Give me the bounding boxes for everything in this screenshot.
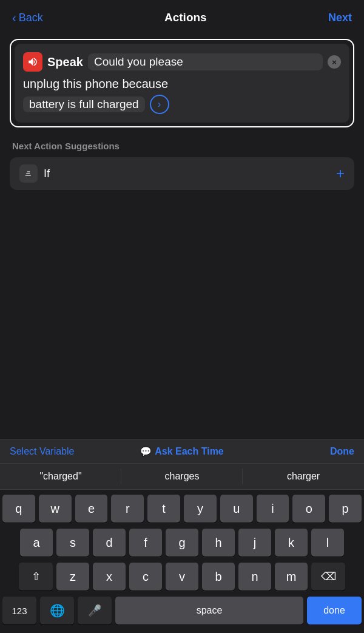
back-button[interactable]: ‹ Back [12,12,43,24]
key-z[interactable]: z [56,563,89,591]
ask-each-time-button[interactable]: 💬 Ask Each Time [124,446,239,457]
key-s[interactable]: s [56,529,89,557]
space-key[interactable]: space [115,597,303,625]
suggestion-row-if[interactable]: If + [10,157,354,190]
key-q[interactable]: q [2,495,35,523]
key-i[interactable]: i [257,495,289,523]
action-card: Speak Could you please × unplug this pho… [15,44,349,123]
key-t[interactable]: t [147,495,180,523]
key-r[interactable]: r [111,495,144,523]
ask-each-time-label: Ask Each Time [155,446,224,457]
key-j[interactable]: j [238,529,271,557]
next-button[interactable]: Next [328,12,352,24]
predictive-text-1: charges [165,471,200,482]
chevron-left-icon: ‹ [12,12,16,24]
predictive-row: "charged" charges charger [0,463,364,490]
predictive-item-1[interactable]: charges [121,464,243,489]
speak-text-pill[interactable]: Could you please [88,53,323,70]
key-l[interactable]: l [311,529,344,557]
numbers-key[interactable]: 123 [2,597,36,625]
add-suggestion-button[interactable]: + [336,165,345,182]
key-row-1: q w e r t y u i o p [2,495,362,523]
key-n[interactable]: n [238,563,271,591]
page-title: Actions [164,11,207,24]
key-b[interactable]: b [202,563,235,591]
key-y[interactable]: y [184,495,217,523]
predictive-item-2[interactable]: charger [243,464,364,489]
if-svg [23,168,34,179]
if-icon [19,164,38,183]
speaker-svg [27,56,38,67]
keyboard-keys: q w e r t y u i o p a s d f g h j k l ⇧ … [0,490,364,633]
microphone-key[interactable]: 🎤 [78,597,112,625]
action-card-wrapper: Speak Could you please × unplug this pho… [10,39,354,127]
key-a[interactable]: a [20,529,53,557]
suggestion-left: If [19,164,50,183]
speak-label: Speak [47,55,83,69]
key-row-4: 123 🌐 🎤 space done [2,597,362,625]
delete-key[interactable]: ⌫ [311,563,345,591]
shift-key[interactable]: ⇧ [19,563,53,591]
action-text-row: unplug this phone because [23,75,341,92]
key-row-3: ⇧ z x c v b n m ⌫ [2,563,362,591]
key-u[interactable]: u [220,495,253,523]
action-main-text-1: unplug this phone because [23,75,168,92]
key-p[interactable]: p [329,495,362,523]
done-key[interactable]: done [307,597,362,625]
speak-icon [23,52,42,72]
key-c[interactable]: c [129,563,162,591]
action-text-row-2: battery is full charged › [23,95,341,114]
select-variable-button[interactable]: Select Variable [10,446,124,457]
ask-icon: 💬 [140,446,152,457]
header: ‹ Back Actions Next [0,0,364,33]
toolbar-done-button[interactable]: Done [240,446,354,457]
keyboard-toolbar: Select Variable 💬 Ask Each Time Done [0,439,364,463]
key-m[interactable]: m [275,563,308,591]
key-f[interactable]: f [129,529,162,557]
predictive-text-0: "charged" [39,471,81,482]
keyboard-area: Select Variable 💬 Ask Each Time Done "ch… [0,439,364,633]
key-row-2: a s d f g h j k l [2,529,362,557]
action-top-row: Speak Could you please × [23,52,341,72]
battery-text-pill[interactable]: battery is full charged [23,96,145,112]
key-k[interactable]: k [275,529,308,557]
suggestions-label: Next Action Suggestions [12,141,352,151]
if-label: If [44,168,50,180]
back-label: Back [19,12,43,24]
predictive-item-0[interactable]: "charged" [0,464,121,489]
key-v[interactable]: v [166,563,198,591]
key-d[interactable]: d [93,529,126,557]
key-h[interactable]: h [202,529,235,557]
key-e[interactable]: e [75,495,108,523]
key-o[interactable]: o [292,495,325,523]
key-x[interactable]: x [93,563,126,591]
arrow-circle-button[interactable]: › [150,95,169,114]
close-button[interactable]: × [328,55,341,69]
key-g[interactable]: g [166,529,198,557]
predictive-text-2: charger [287,471,320,482]
key-w[interactable]: w [39,495,72,523]
globe-key[interactable]: 🌐 [40,597,74,625]
